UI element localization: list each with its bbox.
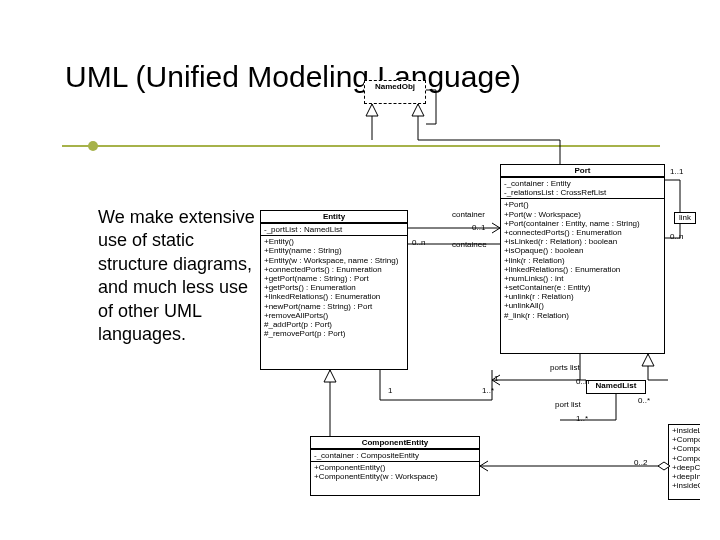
class-attrs: -_container : Entity -_relationsList : C… [501,177,664,198]
svg-marker-1 [366,104,378,116]
class-namedlist: NamedList [586,380,646,394]
class-compositeentity: +insideLinks() : C +ComponentPo +Compone… [668,424,700,500]
mult-label: 1..1 [670,167,683,176]
role-label-containee: containee [452,240,487,249]
body-text: We make extensive use of static structur… [98,206,263,346]
mult-label: 1..* [482,386,494,395]
title-dot-icon [88,141,98,151]
role-label-container: container [452,210,485,219]
class-name: ComponentEntity [311,437,479,449]
class-ops: +insideLinks() : C +ComponentPo +Compone… [669,425,700,491]
class-name: NamedList [587,381,645,390]
role-label-portlist: port list [555,400,581,409]
class-entity: Entity -_portList : NamedList +Entity() … [260,210,408,370]
class-attrs: -_container : CompositeEntity [311,449,479,461]
uml-diagram: NamedObj Entity -_portList : NamedList +… [260,80,700,500]
mult-label: 0..* [638,396,650,405]
class-ops: +ComponentEntity() +ComponentEntity(w : … [311,461,479,482]
class-name: Entity [261,211,407,223]
class-link: link [674,212,696,224]
svg-marker-22 [642,354,654,366]
mult-label: 0..2 [634,458,647,467]
mult-label: 0..1 [472,223,485,232]
mult-label: 0..n [412,238,425,247]
class-ops: +Port() +Port(w : Workspace) +Port(conta… [501,198,664,320]
class-name: NamedObj [365,81,425,92]
class-name: link [675,213,695,222]
class-namedobj: NamedObj [364,80,426,104]
mult-label: 1 [388,386,392,395]
mult-label: 0..n [576,377,589,386]
mult-label: 0..n [670,232,683,241]
mult-label: 1..* [576,414,588,423]
mult-label: 1 [494,374,498,383]
class-port: Port -_container : Entity -_relationsLis… [500,164,665,354]
role-label-portslist: ports list [550,363,580,372]
svg-marker-13 [324,370,336,382]
class-name: Port [501,165,664,177]
class-componententity: ComponentEntity -_container : CompositeE… [310,436,480,496]
class-attrs: -_portList : NamedList [261,223,407,235]
svg-marker-5 [412,104,424,116]
class-ops: +Entity() +Entity(name : String) +Entity… [261,235,407,339]
